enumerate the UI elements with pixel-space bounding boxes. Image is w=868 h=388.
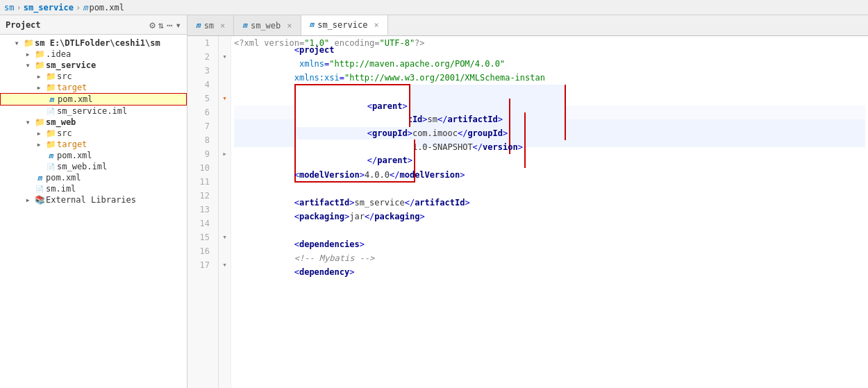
tree-label-target: target: [57, 83, 87, 92]
breadcrumb-pom[interactable]: m: [83, 3, 87, 12]
gc-11: [219, 175, 231, 189]
arrow[interactable]: ▾: [22, 117, 33, 127]
tree-item-target-web[interactable]: ▸ 📁 target: [0, 139, 187, 150]
folder-icon: 📁: [44, 71, 57, 81]
right-panel: m sm × m sm_web × m sm_service × 1 2 3: [187, 15, 868, 388]
line-numbers: 1 2 3 4 5 6 7 8 9 10 11 12 13 14 15 16 1…: [187, 36, 219, 388]
gc-5[interactable]: ▾: [219, 92, 231, 106]
folder-icon: 📁: [33, 117, 46, 127]
sep2: ›: [76, 3, 81, 12]
gc-15[interactable]: ▾: [219, 230, 231, 244]
arrow[interactable]: ▸: [33, 140, 44, 149]
project-header: Project ⚙ ⇅ ⋯ ▾: [0, 15, 187, 35]
arrow[interactable]: ▸: [33, 83, 44, 92]
ln-9: 9: [187, 147, 214, 161]
gc-9[interactable]: ▸: [219, 147, 231, 161]
iml-file-icon-web: 📄: [44, 163, 57, 171]
tree-label-sm_service: sm_service: [46, 60, 96, 70]
ln-5: 5: [187, 92, 214, 106]
options-icon[interactable]: ⋯: [167, 19, 172, 31]
tab-sm_service-close[interactable]: ×: [374, 20, 378, 30]
tree-item-sm_web[interactable]: ▾ 📁 sm_web: [0, 117, 187, 128]
ln-8: 8: [187, 133, 214, 147]
gc-14: [219, 217, 231, 230]
tree-item-pom-service[interactable]: m pom.xml: [0, 93, 187, 106]
tree-item-sm_iml[interactable]: 📄 sm.iml: [0, 183, 187, 194]
tree-label-sm_web: sm_web: [46, 117, 76, 127]
tree-label-ext-libs: External Libraries: [46, 195, 136, 205]
tab-sm-close[interactable]: ×: [220, 21, 225, 31]
ln-2: 2: [187, 50, 214, 64]
tab-sm_web-close[interactable]: ×: [287, 21, 292, 31]
ln-4: 4: [187, 78, 214, 92]
tree-label-sm: sm E:\DTLFolder\ceshi1\sm: [35, 38, 160, 48]
tree-label-pom-service: pom.xml: [58, 94, 93, 104]
tree-item-sm_service[interactable]: ▾ 📁 sm_service: [0, 60, 187, 71]
tree-item-sm-root[interactable]: ▾ 📁 sm E:\DTLFolder\ceshi1\sm: [0, 37, 187, 49]
folder-icon: 📁: [22, 38, 35, 48]
tab-m-icon-service: m: [310, 20, 315, 29]
arrow[interactable]: ▾: [11, 38, 22, 48]
code-text-17: <dependency>: [234, 237, 354, 293]
gc-2[interactable]: ▾: [219, 50, 231, 64]
dropdown-icon[interactable]: ▾: [176, 19, 181, 31]
ln-10: 10: [187, 161, 214, 175]
tree-item-pom-web[interactable]: m pom.xml: [0, 150, 187, 161]
settings-icon[interactable]: ⚙: [149, 19, 155, 31]
code-content: <?xml version="1.0" encoding="UTF-8"?> <…: [231, 36, 868, 388]
code-line-5: <parent>: [234, 92, 865, 106]
tab-m-icon-sm: m: [196, 21, 201, 30]
ln-7: 7: [187, 119, 214, 133]
tree-label-src-web: src: [57, 128, 72, 138]
gc-17[interactable]: ▾: [219, 258, 231, 272]
gc-8: [219, 133, 231, 147]
tab-sm_web[interactable]: m sm_web ×: [234, 15, 301, 35]
folder-icon: 📁: [33, 49, 46, 59]
tree-item-ext-libs[interactable]: ▸ 📚 External Libraries: [0, 194, 187, 205]
tab-sm_service-label: sm_service: [317, 20, 367, 30]
maven-file-icon-web: m: [44, 151, 57, 160]
left-panel: Project ⚙ ⇅ ⋯ ▾ ▾ 📁 sm E:\DTLFolder\cesh…: [0, 15, 187, 388]
folder-icon: 📁: [44, 83, 57, 92]
file-tree: ▾ 📁 sm E:\DTLFolder\ceshi1\sm ▸ 📁 .idea …: [0, 35, 187, 388]
project-title: Project: [6, 20, 41, 30]
folder-icon: 📁: [44, 128, 57, 138]
arrow[interactable]: ▸: [22, 49, 33, 59]
tree-item-pom-root[interactable]: m pom.xml: [0, 172, 187, 183]
gc-16: [219, 244, 231, 258]
tab-sm_web-label: sm_web: [251, 21, 281, 31]
tab-sm_service[interactable]: m sm_service ×: [301, 15, 388, 35]
arrow[interactable]: ▸: [33, 128, 44, 138]
gc-13: [219, 203, 231, 217]
gc-7: [219, 119, 231, 133]
main-layout: Project ⚙ ⇅ ⋯ ▾ ▾ 📁 sm E:\DTLFolder\cesh…: [0, 15, 868, 388]
tree-item-target[interactable]: ▸ 📁 target: [0, 82, 187, 93]
arrow[interactable]: ▾: [22, 60, 33, 70]
ln-17: 17: [187, 258, 214, 272]
breadcrumb-bar: sm › sm_service › m pom.xml: [0, 0, 868, 15]
code-gutter: ▾ ▾ ▸ ▾ ▾: [219, 36, 231, 388]
sort-icon[interactable]: ⇅: [158, 19, 164, 31]
maven-file-icon: m: [45, 95, 58, 104]
tree-label-sm_service_iml: sm_service.iml: [57, 106, 127, 116]
tree-item-sm_service_iml[interactable]: 📄 sm_service.iml: [0, 106, 187, 117]
breadcrumb-sm_service[interactable]: sm_service: [24, 3, 74, 12]
tree-item-sm_web_iml[interactable]: 📄 sm_web.iml: [0, 161, 187, 172]
folder-icon: 📁: [33, 60, 46, 70]
ln-15: 15: [187, 230, 214, 244]
lib-icon: 📚: [33, 195, 46, 205]
tree-item-idea[interactable]: ▸ 📁 .idea: [0, 49, 187, 60]
breadcrumb-sm[interactable]: sm: [4, 3, 14, 12]
ln-13: 13: [187, 203, 214, 217]
folder-icon: 📁: [44, 140, 57, 149]
tree-label-pom-root: pom.xml: [46, 173, 81, 183]
gc-12: [219, 189, 231, 203]
ln-12: 12: [187, 189, 214, 203]
tree-item-src-web[interactable]: ▸ 📁 src: [0, 128, 187, 139]
tree-item-src[interactable]: ▸ 📁 src: [0, 71, 187, 82]
tree-label-target-web: target: [57, 140, 87, 149]
tab-sm[interactable]: m sm ×: [187, 15, 234, 35]
arrow[interactable]: ▸: [33, 71, 44, 81]
breadcrumb-pom-label: pom.xml: [89, 3, 124, 12]
arrow[interactable]: ▸: [22, 195, 33, 205]
